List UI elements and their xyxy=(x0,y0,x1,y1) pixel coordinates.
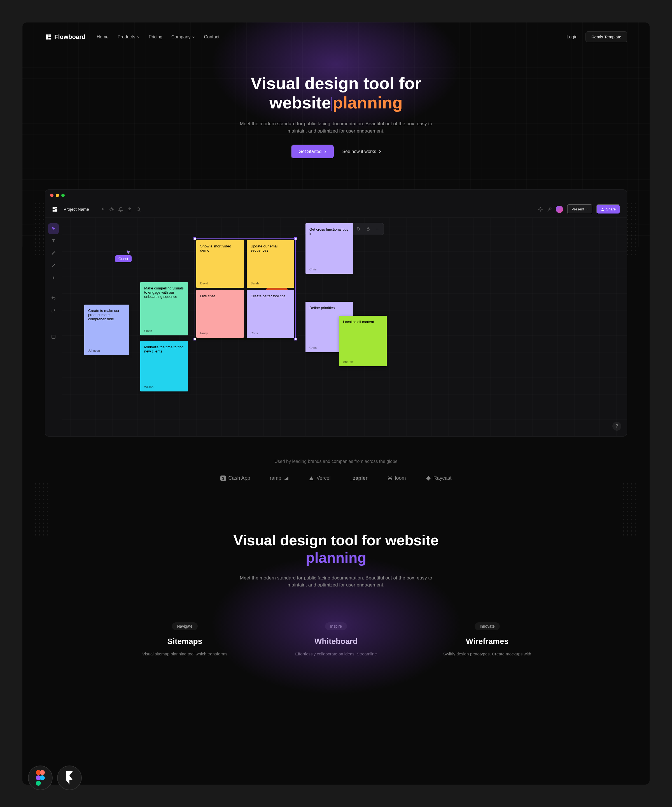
avatar[interactable] xyxy=(556,206,563,213)
nav-pricing[interactable]: Pricing xyxy=(149,35,162,40)
feature-title: Sitemaps xyxy=(118,637,252,646)
nav-products[interactable]: Products xyxy=(118,35,140,40)
svg-rect-3 xyxy=(52,335,55,339)
nav-company[interactable]: Company xyxy=(171,35,195,40)
hero-title: Visual design tool for websiteplanning xyxy=(34,74,638,112)
feature-pill: Innovate xyxy=(475,622,500,630)
window-traffic-lights xyxy=(45,190,627,201)
side-toolbar xyxy=(45,218,62,436)
text-tool[interactable] xyxy=(48,236,59,246)
app-preview-window: Project Name Present Share xyxy=(45,189,627,437)
app-logo-icon[interactable] xyxy=(52,206,58,213)
nav-contact[interactable]: Contact xyxy=(204,35,219,40)
login-link[interactable]: Login xyxy=(567,35,578,40)
floating-app-icons xyxy=(28,765,82,790)
chevron-down-icon xyxy=(192,36,195,38)
svg-point-0 xyxy=(111,208,113,210)
chevron-right-icon xyxy=(324,150,326,153)
loom-icon xyxy=(387,475,393,481)
svg-point-17 xyxy=(36,780,41,786)
feature-pill: Navigate xyxy=(172,622,197,630)
brand-name: Flowboard xyxy=(54,33,85,41)
ft-lock-icon[interactable] xyxy=(364,225,372,233)
brand-loom: loom xyxy=(387,475,406,481)
sparkle-icon[interactable] xyxy=(538,207,543,212)
undo-tool[interactable] xyxy=(48,292,59,303)
logo[interactable]: Flowboard xyxy=(45,33,85,41)
features-row: Navigate Sitemaps Visual sitemap plannin… xyxy=(56,606,616,674)
nav-home[interactable]: Home xyxy=(97,35,109,40)
chevron-down-icon xyxy=(137,36,140,38)
see-how-link[interactable]: See how it works xyxy=(342,149,381,154)
brand-cashapp: $Cash App xyxy=(220,475,250,481)
canvas[interactable]: Guest Designer Create to make our produc… xyxy=(62,218,627,436)
brands-title: Used by leading brands and companies fro… xyxy=(34,459,638,464)
hero-subtitle: Meet the modern standard for public faci… xyxy=(238,120,434,134)
brand-zapier: _zapier xyxy=(350,475,367,481)
add-tool[interactable] xyxy=(48,272,59,283)
rocket-icon[interactable] xyxy=(547,207,552,212)
feature-desc: Visual sitemap planning tool which trans… xyxy=(118,651,252,658)
svg-point-1 xyxy=(137,208,140,211)
remix-template-button[interactable]: Remix Template xyxy=(586,32,627,42)
guest-cursor-icon xyxy=(126,250,131,254)
sticky-note[interactable]: Create to make our product more comprehe… xyxy=(84,305,129,355)
brand-raycast: Raycast xyxy=(425,475,452,481)
cashapp-icon: $ xyxy=(220,475,226,481)
logo-icon xyxy=(45,34,51,40)
get-started-button[interactable]: Get Started xyxy=(291,144,334,159)
hero: Visual design tool for websiteplanning M… xyxy=(22,51,650,175)
section-2: Visual design tool for website planning … xyxy=(22,503,650,606)
cursor-tool[interactable] xyxy=(48,223,59,234)
svg-point-10 xyxy=(379,229,379,229)
app-toolbar: Project Name Present Share xyxy=(45,201,627,218)
brand-ramp: ramp xyxy=(270,475,289,481)
ft-tag-icon[interactable] xyxy=(354,225,363,233)
sticky-note[interactable]: Make compelling visuals to engage with o… xyxy=(140,282,188,335)
search-icon[interactable] xyxy=(136,207,141,212)
sticky-note[interactable]: Minimize the time to find new clientsWil… xyxy=(140,341,188,392)
project-name[interactable]: Project Name xyxy=(64,207,89,212)
redo-tool[interactable] xyxy=(48,305,59,315)
figma-icon[interactable] xyxy=(28,765,53,790)
vercel-icon xyxy=(309,476,314,481)
help-button[interactable]: ? xyxy=(612,422,621,431)
svg-point-2 xyxy=(602,208,603,209)
expand-icon[interactable] xyxy=(100,207,105,212)
svg-text:$: $ xyxy=(222,476,224,481)
feature-desc: Swiftly design prototypes. Create mockup… xyxy=(420,651,554,658)
feature-sitemaps: Navigate Sitemaps Visual sitemap plannin… xyxy=(118,622,252,658)
sticky-note[interactable]: Localize all contentAndrew xyxy=(339,316,387,366)
sticky-note[interactable]: Get cross functional buy inChris xyxy=(306,223,353,274)
main-nav: Flowboard Home Products Pricing Company … xyxy=(22,22,650,51)
user-icon xyxy=(601,208,604,211)
svg-point-16 xyxy=(40,775,45,780)
feature-desc: Effortlessly collaborate on ideas. Strea… xyxy=(269,651,403,658)
section2-subtitle: Meet the modern standard for public faci… xyxy=(238,575,434,589)
bell-icon[interactable] xyxy=(118,207,123,212)
present-button[interactable]: Present xyxy=(567,204,593,214)
close-dot[interactable] xyxy=(50,194,53,197)
layers-tool[interactable] xyxy=(48,332,59,342)
feature-pill: Inspire xyxy=(325,622,347,630)
framer-icon[interactable] xyxy=(57,765,82,790)
ramp-icon xyxy=(283,476,289,481)
feature-wireframes: Innovate Wireframes Swiftly design proto… xyxy=(420,622,554,658)
maximize-dot[interactable] xyxy=(61,194,65,197)
raycast-icon xyxy=(425,475,431,481)
brands-section: Used by leading brands and companies fro… xyxy=(22,437,650,503)
feature-whiteboard: Inspire Whiteboard Effortlessly collabor… xyxy=(269,622,403,658)
chevron-down-icon xyxy=(586,208,588,211)
svg-point-9 xyxy=(377,229,378,229)
upload-icon[interactable] xyxy=(127,207,132,212)
arrow-tool[interactable] xyxy=(48,260,59,271)
chevron-right-icon xyxy=(379,150,381,153)
pen-tool[interactable] xyxy=(48,248,59,259)
ft-more-icon[interactable] xyxy=(374,225,382,233)
svg-point-8 xyxy=(376,229,377,229)
minimize-dot[interactable] xyxy=(56,194,59,197)
gear-icon[interactable] xyxy=(109,207,114,212)
selection-box[interactable] xyxy=(195,239,296,339)
svg-rect-7 xyxy=(367,229,369,230)
share-button[interactable]: Share xyxy=(596,204,620,214)
